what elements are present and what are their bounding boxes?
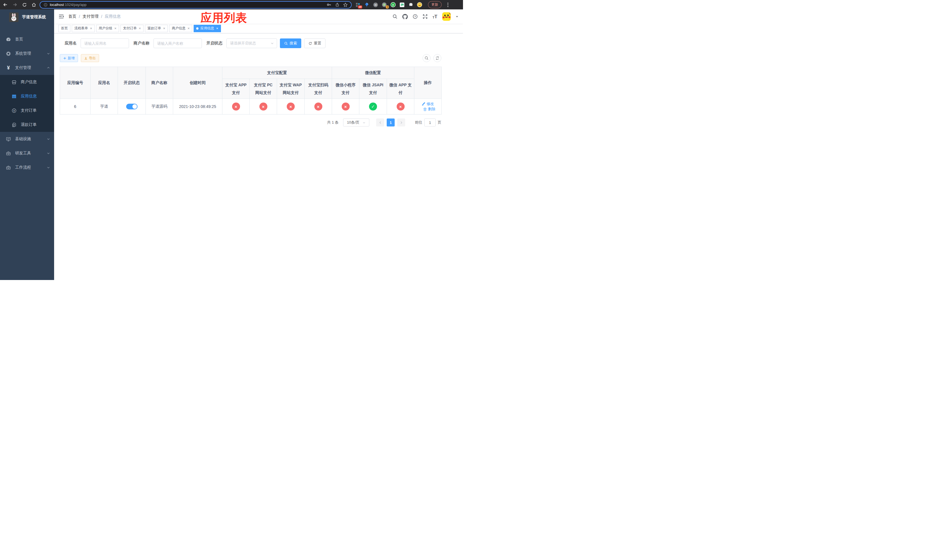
close-icon[interactable]: ×: [163, 26, 165, 30]
tab-user-group[interactable]: 用户分组×: [96, 25, 119, 32]
search-button[interactable]: 搜索: [280, 38, 301, 48]
sidebar-toggle-icon[interactable]: [58, 14, 64, 20]
col-header-actions: 操作: [414, 67, 442, 99]
sidebar-item-label: 应用信息: [21, 94, 37, 99]
svg-text:?: ?: [414, 15, 416, 18]
app-table: 应用编号 应用名 开启状态 商户名称 创建时间 支付宝配置 微信配置 操作 支付…: [60, 67, 441, 115]
tab-home[interactable]: 首页: [58, 25, 70, 32]
sidebar-item-payment[interactable]: ¥ 支付管理: [0, 61, 54, 75]
sidebar-item-workflow[interactable]: 工作流程: [0, 160, 54, 175]
url-host: localhost: [50, 3, 64, 7]
cell-app-name: 芋道: [91, 99, 118, 115]
search-button-label: 搜索: [290, 41, 297, 46]
sidebar-item-home[interactable]: 首页: [0, 32, 54, 47]
close-icon[interactable]: ×: [115, 26, 117, 30]
browser-update-button[interactable]: 更新: [428, 1, 442, 8]
toggle-search-button[interactable]: [422, 54, 431, 62]
reload-icon[interactable]: [22, 3, 27, 7]
toolbox-icon: [6, 151, 11, 156]
avatar-caret-icon[interactable]: [455, 15, 458, 18]
user-avatar[interactable]: [442, 12, 451, 21]
sidebar-item-pay-orders[interactable]: ¥ 支付订单: [0, 103, 54, 118]
col-group-alipay: 支付宝配置: [222, 67, 332, 79]
font-size-icon[interactable]: TT: [433, 14, 437, 19]
share-icon[interactable]: [335, 3, 339, 7]
breadcrumb-home[interactable]: 首页: [68, 14, 76, 19]
status-badge: ×: [396, 103, 405, 110]
bookmark-star-icon[interactable]: [343, 3, 348, 7]
cell-app-id: 6: [60, 99, 91, 115]
close-icon[interactable]: ×: [188, 26, 190, 30]
sidebar-item-app-info[interactable]: 应用信息: [0, 89, 54, 103]
search-icon[interactable]: [392, 14, 398, 19]
extension-icons: 10 ⌘ 1 y 更新: [355, 1, 448, 8]
home-icon[interactable]: [32, 3, 36, 7]
extensions-puzzle-icon[interactable]: [408, 2, 413, 8]
goto-page-input[interactable]: [424, 118, 436, 127]
status-badge: ×: [314, 103, 322, 110]
delete-row-button[interactable]: 删除: [423, 106, 436, 112]
sidebar-item-dev-tools[interactable]: 研发工具: [0, 146, 54, 160]
back-icon[interactable]: [3, 2, 8, 7]
github-icon[interactable]: [402, 14, 408, 20]
sidebar-item-infrastructure[interactable]: 基础设施: [0, 132, 54, 146]
password-key-icon[interactable]: [327, 2, 331, 7]
tab-merchant-info[interactable]: 商户信息×: [169, 25, 192, 32]
yen-circle-icon: ¥: [11, 108, 17, 113]
sidebar-item-label: 工作流程: [15, 165, 31, 170]
extension-y-icon[interactable]: y: [390, 2, 396, 8]
col-header-wechat-app: 微信 APP 支付: [387, 79, 414, 99]
status-select[interactable]: 请选择开启状态: [226, 38, 277, 48]
cell-alipay-wap: ×: [277, 99, 305, 115]
cell-merchant: 芋道源码: [146, 99, 173, 115]
gear-icon: [6, 51, 11, 56]
prev-page-button[interactable]: [376, 118, 384, 127]
profile-emoji-icon[interactable]: [417, 2, 422, 8]
cell-created-at: 2021-10-23 08:49:25: [173, 99, 222, 115]
col-header-merchant: 商户名称: [146, 67, 173, 99]
extension-kite-icon[interactable]: [364, 2, 369, 8]
sidebar-logo[interactable]: 芋道管理系统: [0, 9, 54, 24]
tab-pay-orders[interactable]: 支付订单×: [121, 25, 144, 32]
merchant-name-label: 商户名称: [133, 41, 150, 46]
page-size-select[interactable]: 10条/页: [343, 118, 369, 127]
col-header-app-id: 应用编号: [60, 67, 91, 99]
row-enabled-toggle[interactable]: [126, 104, 138, 109]
close-icon[interactable]: ×: [216, 26, 218, 30]
app-name-input[interactable]: [80, 38, 129, 48]
app-title: 芋道管理系统: [22, 15, 46, 20]
tab-refund-orders[interactable]: 退款订单×: [145, 25, 168, 32]
extension-badge: 1: [386, 5, 389, 9]
sidebar-submenu-payment: 商户信息 应用信息 ¥ 支付订单 退款订单: [0, 75, 54, 132]
add-button[interactable]: 新增: [60, 54, 78, 62]
refresh-table-button[interactable]: [433, 54, 441, 62]
extension-chat-icon[interactable]: [399, 2, 405, 8]
status-badge: ×: [342, 103, 350, 110]
breadcrumb-payment[interactable]: 支付管理: [83, 14, 98, 19]
address-bar[interactable]: localhost:1024/pay/app: [39, 1, 352, 9]
edit-row-button[interactable]: 修改: [422, 101, 434, 106]
reset-button[interactable]: 重置: [304, 38, 325, 48]
sidebar-item-merchant-info[interactable]: 商户信息: [0, 75, 54, 89]
next-page-button[interactable]: [397, 118, 405, 127]
tab-process-form[interactable]: 流程表单×: [72, 25, 95, 32]
sidebar-item-system[interactable]: 系统管理: [0, 47, 54, 61]
extension-command-icon[interactable]: ⌘: [373, 2, 378, 8]
fullscreen-icon[interactable]: [422, 14, 428, 19]
merchant-name-input[interactable]: [153, 38, 202, 48]
toolbox-icon: [6, 165, 11, 170]
close-icon[interactable]: ×: [139, 26, 141, 30]
cell-alipay-app: ×: [222, 99, 250, 115]
export-button[interactable]: 导出: [81, 54, 99, 62]
browser-menu-icon[interactable]: [447, 3, 448, 7]
info-icon[interactable]: [44, 3, 48, 7]
close-icon[interactable]: ×: [90, 26, 92, 30]
chevron-down-icon: [271, 42, 274, 45]
current-page-button[interactable]: 1: [387, 118, 395, 127]
extension-avatar-icon[interactable]: 1: [381, 2, 387, 8]
sidebar-item-refund-orders[interactable]: 退款订单: [0, 118, 54, 132]
extension-tiles-icon[interactable]: 10: [355, 2, 360, 8]
help-icon[interactable]: ?: [413, 14, 418, 19]
tab-app-info[interactable]: 应用信息×: [194, 25, 221, 32]
forward-icon[interactable]: [12, 2, 17, 7]
